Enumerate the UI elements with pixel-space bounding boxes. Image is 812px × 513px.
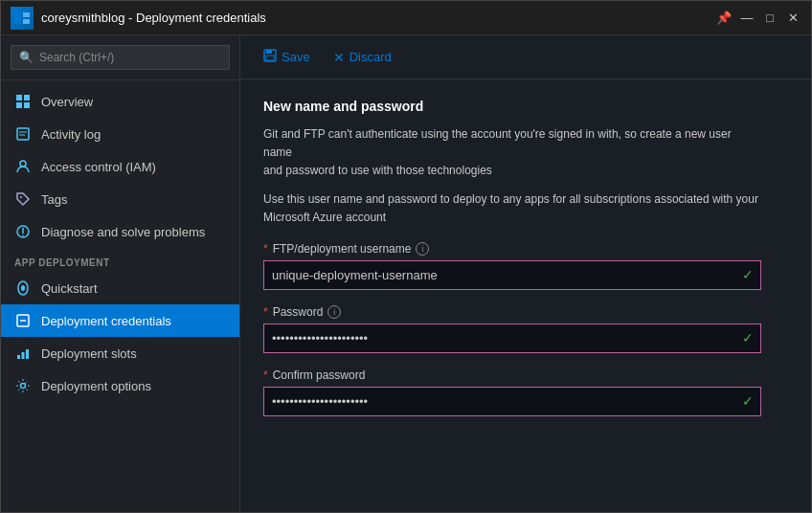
ftp-username-input[interactable] [263, 260, 761, 290]
svg-point-14 [22, 234, 24, 236]
password-input[interactable] [263, 323, 761, 353]
close-button[interactable]: ✕ [784, 10, 801, 27]
sidebar-nav: Overview Activity log Access control (IA… [1, 80, 239, 513]
sidebar-item-deployment-slots[interactable]: Deployment slots [1, 337, 239, 369]
sidebar-item-label: Access control (IAM) [41, 160, 156, 174]
required-star: * [263, 368, 268, 382]
search-input-wrap[interactable]: 🔍 [11, 45, 230, 70]
sidebar-item-label: Diagnose and solve problems [41, 225, 205, 239]
discard-icon: ✕ [333, 50, 345, 65]
section-header-app-deployment: APP DEPLOYMENT [1, 248, 239, 272]
confirm-password-input[interactable] [263, 387, 761, 416]
sidebar-item-overview[interactable]: Overview [1, 85, 239, 118]
svg-point-22 [21, 384, 26, 389]
form-section-title: New name and password [263, 99, 788, 114]
info-text-1: Git and FTP can't authenticate using the… [263, 125, 761, 181]
ftp-username-input-wrap: ✓ [263, 260, 761, 290]
sidebar-item-label: Activity log [41, 127, 101, 142]
app-icon [11, 7, 34, 30]
password-group: * Password i ✓ [263, 305, 761, 353]
svg-rect-0 [14, 12, 21, 24]
sidebar-item-quickstart[interactable]: Quickstart [1, 272, 239, 304]
svg-rect-6 [24, 102, 30, 108]
sidebar: 🔍 Overview Activity log [1, 35, 240, 513]
ftp-check-icon: ✓ [742, 267, 754, 282]
required-star: * [263, 242, 268, 256]
sidebar-item-label: Overview [41, 95, 93, 109]
titlebar-app-name: coreysmithblog - Deployment credentials [41, 11, 266, 25]
sidebar-item-activity-log[interactable]: Activity log [1, 118, 239, 150]
ftp-info-icon[interactable]: i [416, 242, 429, 256]
sidebar-item-deployment-credentials[interactable]: Deployment credentials [1, 304, 239, 337]
svg-point-10 [20, 161, 26, 167]
activity-log-icon [14, 125, 32, 143]
password-check-icon: ✓ [742, 330, 754, 346]
content-area: Save ✕ Discard New name and password Git… [240, 35, 811, 513]
maximize-button[interactable]: □ [761, 10, 778, 27]
sidebar-item-diagnose[interactable]: Diagnose and solve problems [1, 215, 239, 248]
svg-rect-25 [266, 56, 274, 60]
overview-icon [14, 93, 32, 110]
sidebar-item-label: Deployment slots [41, 346, 137, 361]
confirm-password-label: * Confirm password [263, 368, 761, 382]
ftp-username-group: * FTP/deployment username i ✓ [263, 242, 761, 290]
pin-button[interactable]: 📌 [715, 10, 733, 27]
main-layout: 🔍 Overview Activity log [1, 35, 811, 513]
tags-icon [14, 190, 32, 208]
search-input[interactable] [39, 51, 221, 64]
ftp-username-label: * FTP/deployment username i [263, 242, 761, 256]
search-icon: 🔍 [19, 51, 34, 64]
confirm-password-input-wrap: ✓ [263, 387, 761, 416]
svg-point-11 [20, 196, 22, 198]
sidebar-item-access-control[interactable]: Access control (IAM) [1, 150, 239, 183]
deployment-slots-icon [14, 345, 32, 362]
quickstart-icon [14, 279, 32, 297]
discard-button[interactable]: ✕ Discard [329, 48, 395, 67]
sidebar-item-label: Tags [41, 192, 67, 207]
password-info-icon[interactable]: i [327, 305, 341, 319]
password-label: * Password i [263, 305, 761, 319]
confirm-password-group: * Confirm password ✓ [263, 368, 761, 416]
sidebar-item-deployment-options[interactable]: Deployment options [1, 369, 239, 402]
svg-point-16 [21, 285, 25, 291]
access-control-icon [14, 158, 32, 175]
svg-rect-5 [16, 102, 22, 108]
svg-rect-7 [17, 128, 29, 140]
sidebar-item-label: Deployment credentials [41, 314, 171, 328]
svg-rect-24 [266, 50, 272, 54]
titlebar: coreysmithblog - Deployment credentials … [1, 1, 811, 35]
svg-rect-4 [24, 95, 30, 100]
svg-rect-19 [17, 355, 20, 359]
sidebar-item-label: Deployment options [41, 379, 151, 393]
toolbar: Save ✕ Discard [240, 35, 811, 79]
sidebar-item-tags[interactable]: Tags [1, 183, 239, 215]
form-area: New name and password Git and FTP can't … [240, 79, 811, 435]
sidebar-item-label: Quickstart [41, 281, 98, 296]
titlebar-left: coreysmithblog - Deployment credentials [11, 7, 266, 30]
minimize-button[interactable]: — [738, 10, 756, 27]
info-text-2: Use this user name and password to deplo… [263, 190, 761, 227]
save-icon [263, 49, 277, 65]
search-bar: 🔍 [1, 35, 239, 80]
svg-rect-3 [16, 95, 22, 100]
save-button[interactable]: Save [259, 47, 314, 67]
svg-rect-20 [22, 352, 25, 359]
confirm-check-icon: ✓ [742, 393, 754, 409]
svg-rect-1 [23, 12, 30, 17]
deployment-credentials-icon [14, 312, 32, 329]
deployment-options-icon [14, 377, 32, 394]
svg-rect-21 [26, 349, 29, 359]
password-input-wrap: ✓ [263, 323, 761, 353]
titlebar-controls: 📌 — □ ✕ [715, 10, 801, 27]
diagnose-icon [14, 223, 32, 240]
svg-rect-2 [23, 19, 30, 24]
required-star: * [263, 305, 268, 319]
